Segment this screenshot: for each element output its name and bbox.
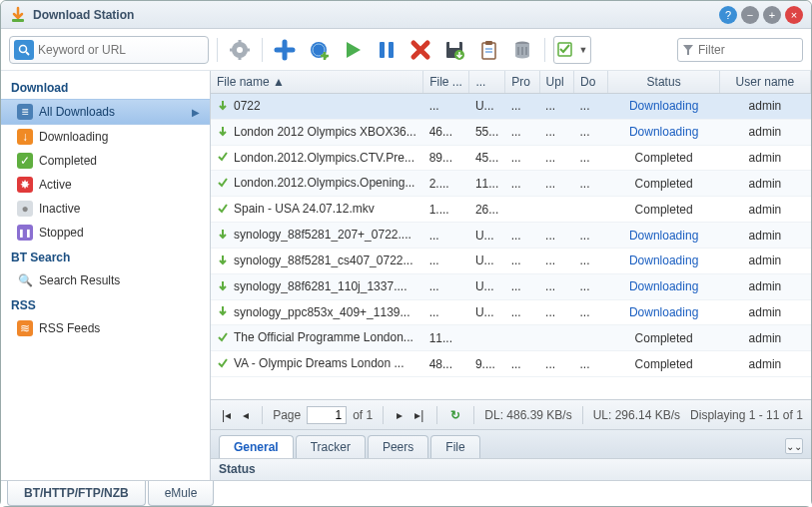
cell: ...	[539, 171, 573, 197]
separator	[544, 38, 545, 62]
sidebar-item-all-downloads[interactable]: ≡All Downloads▶	[1, 99, 210, 125]
add-button[interactable]	[271, 36, 299, 64]
svg-point-4	[237, 47, 243, 53]
cell: 2....	[423, 171, 469, 197]
minimize-button[interactable]: −	[741, 6, 759, 24]
body: Download≡All Downloads▶↓Downloading✓Comp…	[1, 71, 811, 480]
filter-input[interactable]	[698, 43, 798, 57]
cell: ...	[574, 299, 608, 325]
next-page-button[interactable]: ▸	[394, 408, 406, 422]
clipboard-button[interactable]	[474, 36, 502, 64]
cell: 11...	[469, 171, 505, 197]
file-name: London.2012.Olympics.Opening...	[234, 176, 414, 190]
cell: ...	[505, 119, 539, 145]
last-page-button[interactable]: ▸|	[411, 408, 426, 422]
sidebar-item-label: Search Results	[39, 273, 120, 287]
svg-point-1	[20, 45, 27, 52]
column-header[interactable]: File name ▲	[211, 71, 423, 94]
refresh-button[interactable]: ↻	[447, 408, 463, 422]
collapse-button[interactable]: ⌄⌄	[785, 438, 803, 454]
filter-box[interactable]	[677, 38, 803, 62]
sidebar: Download≡All Downloads▶↓Downloading✓Comp…	[1, 71, 211, 480]
table-row[interactable]: synology_ppc853x_409+_1139......U.......…	[211, 299, 811, 325]
sidebar-item-rss-feeds[interactable]: ≋RSS Feeds	[1, 316, 210, 340]
view-menu-button[interactable]: ▼	[553, 36, 591, 64]
svg-rect-17	[485, 41, 492, 45]
mag-icon: 🔍	[17, 272, 33, 288]
sidebar-item-completed[interactable]: ✓Completed	[1, 149, 210, 173]
search-box[interactable]	[9, 36, 209, 64]
page-input[interactable]	[307, 406, 347, 424]
column-header[interactable]: User name	[719, 71, 810, 94]
tab-general[interactable]: General	[219, 435, 294, 458]
file-name: 0722	[234, 99, 261, 113]
maximize-button[interactable]: +	[763, 6, 781, 24]
sidebar-item-active[interactable]: ✸Active	[1, 173, 210, 197]
tab-peers[interactable]: Peers	[368, 435, 428, 458]
add-url-button[interactable]	[305, 36, 333, 64]
sidebar-item-stopped[interactable]: ❚❚Stopped	[1, 221, 210, 245]
column-header[interactable]: Do	[574, 71, 608, 94]
sidebar-item-label: RSS Feeds	[39, 321, 100, 335]
close-button[interactable]: ×	[785, 6, 803, 24]
first-page-button[interactable]: |◂	[219, 408, 234, 422]
sidebar-item-search-results[interactable]: 🔍Search Results	[1, 268, 210, 292]
column-header[interactable]: ...	[469, 71, 505, 94]
user-cell: admin	[719, 171, 810, 197]
status-cell: Downloading	[608, 273, 719, 299]
sidebar-item-inactive[interactable]: ●Inactive	[1, 197, 210, 221]
cell: ...	[423, 248, 469, 273]
sidebar-item-label: Downloading	[39, 130, 108, 144]
start-button[interactable]	[339, 36, 367, 64]
user-cell: admin	[719, 94, 810, 120]
svg-rect-12	[389, 42, 394, 58]
table-row[interactable]: synology_88f5281_cs407_0722......U......…	[211, 248, 811, 273]
table-row[interactable]: VA - Olympic Dreams London ...48...9....…	[211, 351, 811, 377]
help-button[interactable]: ?	[719, 6, 737, 24]
check-icon	[217, 203, 231, 217]
settings-button[interactable]	[226, 36, 254, 64]
cell: ...	[423, 223, 469, 249]
download-station-window: Download Station ? − + × ▼	[0, 0, 812, 507]
cell: ...	[505, 351, 539, 377]
prev-page-button[interactable]: ◂	[240, 408, 252, 422]
table-row[interactable]: London.2012.Olympics.CTV.Pre...89...45..…	[211, 145, 811, 171]
table-row[interactable]: synology_88f6281_110j_1337.......U......…	[211, 273, 811, 299]
protocol-tab-bt-http-ftp-nzb[interactable]: BT/HTTP/FTP/NZB	[7, 481, 146, 506]
column-header[interactable]: Upl	[539, 71, 573, 94]
sidebar-item-downloading[interactable]: ↓Downloading	[1, 125, 210, 149]
cell: ...	[574, 171, 608, 197]
table-row[interactable]: 0722...U............Downloadingadmin	[211, 94, 811, 120]
tab-tracker[interactable]: Tracker	[296, 435, 366, 458]
user-cell: admin	[719, 119, 810, 145]
table-row[interactable]: The Official Programme London...11...Com…	[211, 325, 811, 351]
clear-button[interactable]	[508, 36, 536, 64]
cell: ...	[539, 248, 573, 273]
protocol-tab-emule[interactable]: eMule	[148, 481, 215, 506]
delete-button[interactable]	[406, 36, 434, 64]
sidebar-item-label: Stopped	[39, 226, 84, 240]
table-row[interactable]: synology_88f5281_207+_0722.......U......…	[211, 223, 811, 249]
tab-file[interactable]: File	[430, 435, 479, 458]
cell	[539, 325, 573, 351]
pause-button[interactable]	[373, 36, 401, 64]
search-input[interactable]	[38, 43, 198, 57]
table-row[interactable]: London.2012.Olympics.Opening...2....11..…	[211, 171, 811, 197]
cell	[574, 325, 608, 351]
svg-rect-16	[482, 43, 495, 59]
cell: ...	[539, 145, 573, 171]
download-grid[interactable]: File name ▲File ......ProUplDoStatusUser…	[211, 71, 811, 400]
sidebar-section-header: BT Search	[1, 245, 210, 268]
column-header[interactable]: Pro	[505, 71, 539, 94]
column-header[interactable]: File ...	[423, 71, 469, 94]
save-button[interactable]	[440, 36, 468, 64]
user-cell: admin	[719, 325, 810, 351]
column-header[interactable]: Status	[608, 71, 719, 94]
cell: ...	[539, 94, 573, 120]
cell: ...	[539, 119, 573, 145]
user-cell: admin	[719, 248, 810, 273]
cell	[505, 197, 539, 223]
down-icon: ↓	[17, 129, 33, 145]
table-row[interactable]: Spain - USA 24.07.12.mkv1....26...Comple…	[211, 197, 811, 223]
table-row[interactable]: London 2012 Olympics XBOX36...46...55...…	[211, 119, 811, 145]
